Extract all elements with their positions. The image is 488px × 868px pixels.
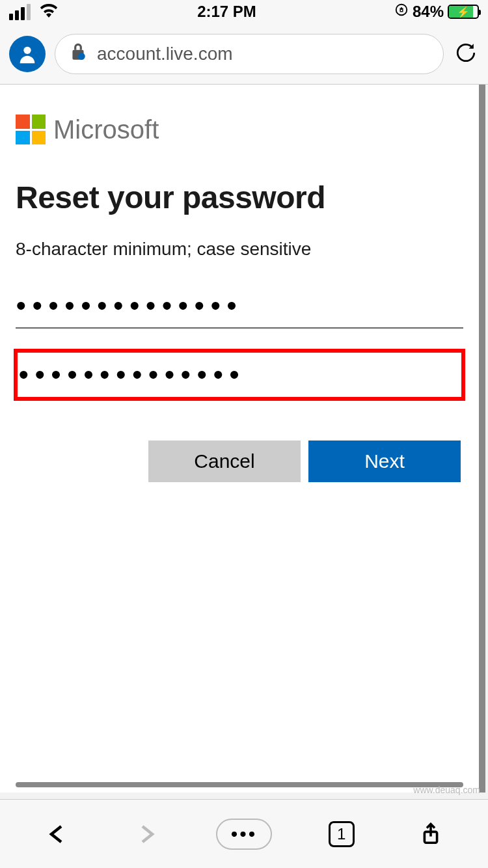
next-button[interactable]: Next [308, 441, 461, 482]
confirm-password-input[interactable] [18, 356, 461, 396]
password-hint: 8-character minimum; case sensitive [16, 239, 463, 260]
page-title: Reset your password [16, 180, 463, 215]
confirm-password-highlight [16, 351, 463, 399]
svg-point-4 [78, 53, 85, 60]
browser-toolbar: account.live.com [0, 23, 488, 85]
page-body: Microsoft Reset your password 8-characte… [0, 85, 485, 793]
battery-icon: ⚡ [448, 5, 479, 19]
watermark-text: www.deuaq.com [413, 785, 480, 795]
refresh-button[interactable] [453, 40, 479, 68]
status-time: 2:17 PM [197, 3, 256, 21]
url-bar[interactable]: account.live.com [55, 34, 444, 74]
new-password-input[interactable] [16, 287, 463, 329]
wifi-icon [38, 2, 59, 21]
share-button[interactable] [411, 815, 450, 854]
profile-avatar-button[interactable] [9, 36, 46, 72]
tabs-button[interactable]: 1 [322, 815, 361, 854]
back-button[interactable] [38, 815, 77, 854]
microsoft-logo: Microsoft [16, 115, 463, 144]
rotation-lock-icon [394, 3, 409, 21]
microsoft-logo-icon [16, 115, 46, 144]
cancel-button[interactable]: Cancel [148, 441, 301, 482]
svg-point-2 [23, 46, 31, 53]
svg-rect-1 [400, 8, 403, 12]
microsoft-logo-text: Microsoft [53, 115, 159, 144]
url-text: account.live.com [97, 44, 233, 64]
horizontal-scrollbar[interactable] [16, 782, 463, 787]
tab-count: 1 [329, 821, 355, 847]
forward-button[interactable] [127, 815, 166, 854]
cellular-signal-icon [9, 4, 31, 20]
battery-percent: 84% [413, 3, 444, 21]
browser-bottom-toolbar: ••• 1 [0, 799, 488, 868]
menu-button[interactable]: ••• [216, 819, 272, 850]
status-bar: 2:17 PM 84% ⚡ [0, 0, 488, 23]
lock-icon [70, 42, 87, 66]
